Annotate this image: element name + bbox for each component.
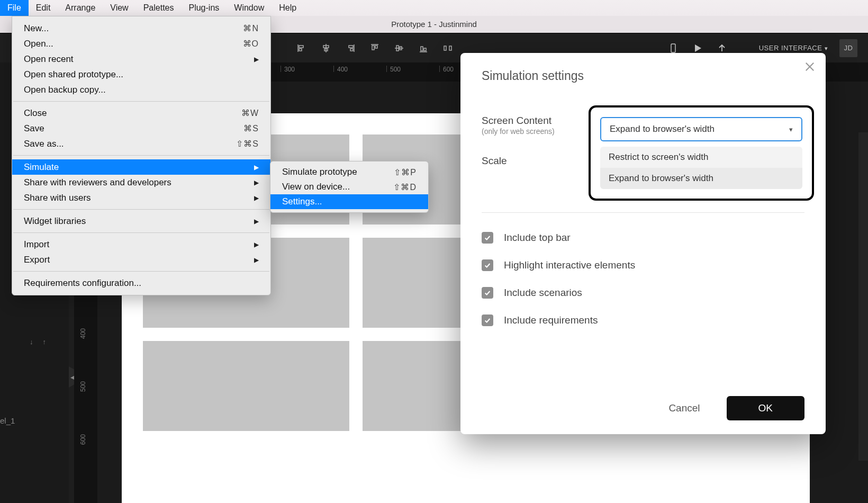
chevron-right-icon: ▶ <box>254 56 259 63</box>
check-include-top-bar[interactable]: Include top bar <box>482 232 804 244</box>
upload-icon[interactable] <box>717 43 727 53</box>
submenu-settings[interactable]: Settings... <box>270 194 428 209</box>
checkbox-icon <box>482 232 493 244</box>
menu-item-open[interactable]: Open...⌘O <box>12 36 270 51</box>
align-left-icon[interactable] <box>296 43 307 53</box>
option-restrict-width[interactable]: Restrict to screen's width <box>600 147 802 168</box>
option-expand-width[interactable]: Expand to browser's width <box>600 168 802 189</box>
chevron-right-icon: ▶ <box>254 218 259 225</box>
check-label: Include top bar <box>504 232 571 244</box>
distribute-icon[interactable] <box>442 43 453 53</box>
canvas-rect[interactable] <box>143 341 349 431</box>
align-right-icon[interactable] <box>345 43 356 53</box>
svg-rect-7 <box>349 46 353 48</box>
submenu-simulate-prototype[interactable]: Simulate prototype⇧⌘P <box>270 165 428 179</box>
menu-palettes[interactable]: Palettes <box>136 0 182 16</box>
menu-item-close[interactable]: Close⌘W <box>12 105 270 121</box>
screen-content-select[interactable]: Expand to browser's width ▾ <box>600 117 802 141</box>
menu-item-export[interactable]: Export▶ <box>12 252 270 267</box>
svg-rect-18 <box>444 46 446 50</box>
avatar[interactable]: JD <box>839 39 857 57</box>
svg-rect-16 <box>421 47 423 51</box>
menu-separator <box>13 271 269 272</box>
mode-label[interactable]: USER INTERFACE ▾ <box>759 44 828 52</box>
ruler-tick: 400 <box>333 66 348 72</box>
ok-button[interactable]: OK <box>727 396 804 420</box>
menu-separator <box>13 232 269 233</box>
ruler-tick: 300 <box>281 66 295 72</box>
cancel-button[interactable]: Cancel <box>663 397 705 419</box>
menu-item-new[interactable]: New...⌘N <box>12 21 270 36</box>
ruler-tick: 600 <box>439 66 454 72</box>
menu-item-open-recent[interactable]: Open recent▶ <box>12 51 270 67</box>
play-icon[interactable] <box>692 43 703 53</box>
arrow-up-icon[interactable]: ↑ <box>43 338 47 346</box>
align-center-v-icon[interactable] <box>394 43 404 53</box>
check-label: Highlight interactive elements <box>504 259 635 271</box>
menu-item-requirements-config[interactable]: Requirements configuration... <box>12 275 270 291</box>
svg-rect-11 <box>375 46 377 48</box>
dialog-title: Simulation settings <box>482 69 804 83</box>
checkbox-icon <box>482 259 493 271</box>
check-highlight-interactive[interactable]: Highlight interactive elements <box>482 259 804 271</box>
check-label: Include requirements <box>504 315 598 326</box>
menu-separator <box>13 209 269 210</box>
menu-file[interactable]: File <box>0 0 29 16</box>
chevron-right-icon: ▶ <box>254 241 259 248</box>
menubar: File Edit Arrange View Palettes Plug-ins… <box>0 0 868 16</box>
svg-rect-19 <box>449 46 451 50</box>
scale-label: Scale <box>482 155 598 167</box>
svg-rect-8 <box>350 49 353 51</box>
menu-item-import[interactable]: Import▶ <box>12 237 270 252</box>
outline-item[interactable]: el_1 <box>0 416 15 425</box>
check-include-scenarios[interactable]: Include scenarios <box>482 287 804 299</box>
menu-edit[interactable]: Edit <box>29 0 58 16</box>
chevron-down-icon: ▾ <box>789 125 793 133</box>
menu-item-save[interactable]: Save⌘S <box>12 121 270 136</box>
submenu-view-on-device[interactable]: View on device...⇧⌘D <box>270 179 428 194</box>
ruler-tick: 500 <box>386 66 401 72</box>
right-panel-collapsed[interactable] <box>858 132 868 461</box>
simulate-submenu: Simulate prototype⇧⌘P View on device...⇧… <box>270 161 429 213</box>
menu-help[interactable]: Help <box>272 0 304 16</box>
simulation-settings-dialog: Simulation settings Screen Content (only… <box>460 53 826 434</box>
chevron-right-icon: ▶ <box>254 194 259 202</box>
menu-plugins[interactable]: Plug-ins <box>181 0 227 16</box>
dialog-separator <box>482 212 804 213</box>
screen-content-label: Screen Content <box>482 115 598 127</box>
screen-content-options: Restrict to screen's width Expand to bro… <box>600 147 802 189</box>
menu-arrange[interactable]: Arrange <box>58 0 103 16</box>
arrow-down-icon[interactable]: ↓ <box>30 338 33 346</box>
align-center-h-icon[interactable] <box>321 43 331 53</box>
screen-content-sublabel: (only for web screens) <box>482 127 555 136</box>
svg-marker-21 <box>695 44 701 52</box>
menu-window[interactable]: Window <box>227 0 272 16</box>
menu-item-simulate[interactable]: Simulate▶ <box>12 159 270 175</box>
checkbox-icon <box>482 315 493 326</box>
chevron-right-icon: ▶ <box>254 179 259 186</box>
align-top-icon[interactable] <box>369 43 380 53</box>
menu-item-save-as[interactable]: Save as...⇧⌘S <box>12 136 270 151</box>
menu-item-open-shared[interactable]: Open shared prototype... <box>12 67 270 82</box>
svg-rect-20 <box>671 44 675 52</box>
menu-item-open-backup[interactable]: Open backup copy... <box>12 82 270 97</box>
align-bottom-icon[interactable] <box>418 43 429 53</box>
screen-content-highlight: Expand to browser's width ▾ Restrict to … <box>589 105 814 201</box>
checkbox-icon <box>482 287 493 299</box>
svg-rect-10 <box>372 46 374 50</box>
ruler-tick: 400 <box>79 328 87 339</box>
close-icon[interactable] <box>803 60 816 73</box>
file-menu-dropdown: New...⌘N Open...⌘O Open recent▶ Open sha… <box>12 16 271 295</box>
ruler-tick: 500 <box>79 381 87 392</box>
ruler-tick: 600 <box>79 434 87 445</box>
menu-item-widget-libraries[interactable]: Widget libraries▶ <box>12 213 270 229</box>
svg-rect-2 <box>299 49 302 51</box>
check-include-requirements[interactable]: Include requirements <box>482 315 804 326</box>
menu-item-share-users[interactable]: Share with users▶ <box>12 190 270 205</box>
menu-view[interactable]: View <box>103 0 135 16</box>
chevron-down-icon: ▾ <box>825 45 828 51</box>
svg-rect-17 <box>424 48 426 51</box>
device-icon[interactable] <box>668 43 679 53</box>
menu-item-share-reviewers[interactable]: Share with reviewers and developers▶ <box>12 175 270 190</box>
menu-separator <box>13 101 269 102</box>
